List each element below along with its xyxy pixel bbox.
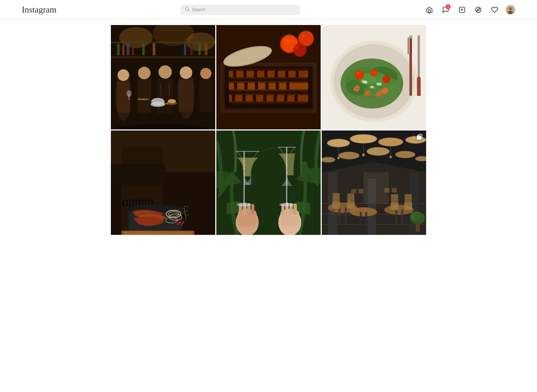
svg-rect-24 [199,43,201,55]
svg-rect-235 [392,188,397,192]
multi-photo-icon [416,134,423,141]
svg-rect-81 [263,95,267,102]
svg-point-167 [243,169,243,170]
svg-point-200 [367,147,389,155]
svg-point-238 [415,213,424,221]
header: Instagram 1 [0,0,537,20]
svg-line-1 [188,10,189,11]
svg-rect-135 [137,201,139,206]
svg-point-114 [357,73,359,74]
list-item[interactable] [216,130,321,235]
search-box [180,5,300,15]
notifications-button[interactable] [489,4,500,15]
main-content: MANGAL MANGAL [105,20,432,240]
list-item[interactable] [216,25,321,129]
svg-rect-224 [332,209,334,215]
svg-point-9 [508,11,513,14]
svg-point-181 [287,164,288,165]
svg-point-209 [389,156,392,158]
svg-rect-124 [417,77,421,96]
svg-text:MANGAL: MANGAL [158,102,168,105]
svg-point-96 [296,47,299,49]
svg-rect-137 [143,201,145,206]
svg-rect-175 [294,204,297,215]
svg-point-205 [337,157,340,159]
svg-point-180 [285,168,286,169]
svg-rect-82 [274,95,277,102]
svg-rect-14 [111,42,215,43]
svg-point-30 [138,67,151,79]
svg-rect-241 [414,135,414,139]
svg-rect-43 [161,83,161,96]
svg-rect-62 [264,70,268,77]
svg-rect-22 [184,44,186,55]
svg-rect-63 [275,70,278,77]
svg-rect-21 [153,43,155,55]
svg-point-27 [118,69,129,81]
svg-rect-17 [122,45,124,55]
svg-rect-226 [347,201,355,209]
svg-rect-72 [265,83,268,89]
home-notification-dot [429,13,430,14]
svg-point-95 [293,43,307,57]
svg-rect-123 [418,35,420,77]
svg-point-117 [370,70,377,77]
svg-rect-144 [123,231,192,235]
logo[interactable]: Instagram [22,5,57,15]
svg-rect-136 [140,201,142,206]
svg-rect-233 [358,189,363,194]
svg-rect-239 [416,223,420,232]
svg-point-116 [384,77,386,78]
svg-rect-78 [232,95,235,102]
svg-point-182 [286,171,287,172]
svg-rect-28 [117,81,130,113]
svg-point-179 [286,173,288,174]
svg-point-93 [302,35,305,37]
svg-point-178 [279,203,294,206]
svg-rect-60 [243,70,247,77]
svg-point-48 [168,99,176,103]
search-input[interactable] [192,7,296,12]
svg-rect-227 [347,194,354,202]
messages-badge: 1 [446,4,451,9]
svg-point-194 [351,135,376,143]
list-item[interactable] [322,25,426,129]
explore-button[interactable] [473,4,484,15]
svg-marker-6 [477,8,479,11]
svg-text:MANGAL: MANGAL [138,98,149,101]
svg-rect-64 [285,70,288,77]
svg-rect-156 [216,130,321,235]
svg-point-8 [509,7,512,10]
svg-rect-162 [251,204,254,215]
profile-avatar[interactable] [505,5,515,15]
search-icon [185,7,190,13]
list-item[interactable] [322,130,426,235]
messages-button[interactable]: 1 [440,4,451,15]
svg-rect-121 [409,35,412,39]
svg-rect-15 [111,56,215,58]
svg-rect-133 [131,201,132,206]
list-item[interactable] [111,130,215,235]
svg-point-5 [476,7,481,13]
svg-rect-42 [199,80,213,112]
svg-point-196 [379,138,402,146]
svg-rect-65 [296,70,299,77]
svg-point-115 [382,75,390,83]
svg-rect-16 [117,44,120,55]
svg-point-192 [328,139,349,147]
svg-point-165 [237,203,251,206]
svg-rect-131 [124,201,126,206]
svg-point-150 [182,223,183,224]
svg-point-153 [176,220,177,222]
svg-rect-94 [306,30,307,33]
svg-rect-39 [179,79,193,112]
svg-rect-61 [254,70,257,77]
home-button[interactable] [424,4,435,15]
create-button[interactable] [457,4,467,15]
svg-point-199 [338,152,359,159]
nav-icons: 1 [424,4,515,15]
list-item[interactable]: MANGAL MANGAL [111,25,215,129]
svg-rect-218 [365,212,367,228]
svg-rect-230 [404,203,412,210]
svg-rect-229 [391,194,398,203]
